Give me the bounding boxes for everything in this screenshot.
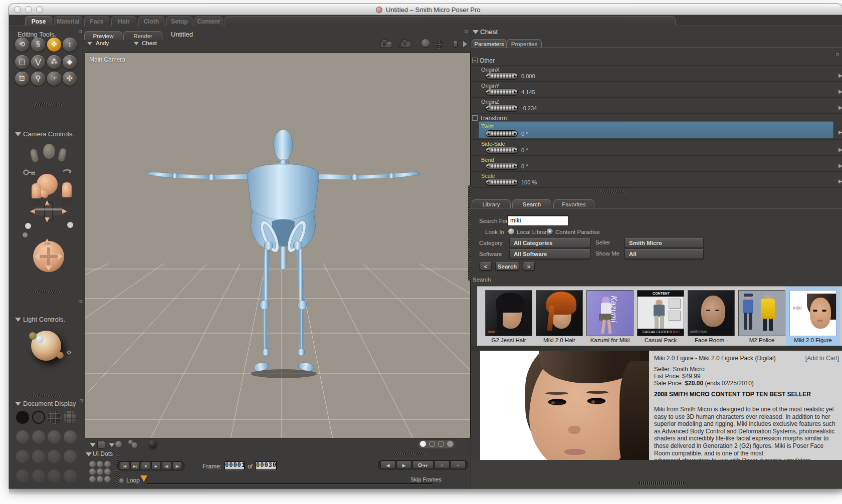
next-results-button[interactable]: > [523, 262, 535, 271]
show-me-dropdown[interactable]: All [624, 249, 704, 259]
ui-dot[interactable] [97, 476, 103, 482]
group-collapse-transform[interactable]: − [472, 115, 478, 121]
panel-splitter-vertical[interactable] [468, 185, 471, 281]
figure-handle-icon[interactable] [453, 40, 458, 48]
add-keyframe-button[interactable]: + [435, 461, 450, 469]
ui-dot[interactable] [104, 476, 111, 482]
delete-keyframe-button[interactable]: − [451, 461, 466, 469]
thumbnail-face-room[interactable]: smithmicro [688, 290, 735, 336]
tab-parameters[interactable]: Parameters [472, 39, 507, 48]
tool-color[interactable]: ◆ [63, 55, 77, 69]
category-dropdown[interactable]: All Categories [509, 238, 590, 248]
section-grip[interactable] [30, 394, 62, 397]
thumbnail-g2-jessi-hair[interactable]: miki [485, 290, 532, 336]
param-dial-scale[interactable]: ◀▶ [486, 179, 518, 185]
depth-cue-menu-icon[interactable] [90, 443, 96, 447]
section-grip[interactable] [395, 452, 427, 455]
param-value-scale[interactable]: 100 % [521, 179, 537, 185]
param-dial-twist[interactable]: ◀▶ [486, 130, 518, 137]
camera-dolly-icon[interactable] [398, 39, 411, 49]
display-dot[interactable] [447, 441, 453, 447]
display-dots[interactable] [418, 439, 455, 448]
tab-search[interactable]: Search [512, 199, 551, 208]
search-input[interactable]: miki [507, 215, 568, 226]
product-detail-image[interactable] [480, 351, 649, 460]
tracking-menu-icon[interactable] [109, 443, 114, 447]
param-value-bend[interactable]: 0 ° [521, 163, 528, 169]
param-value-side-side[interactable]: 0 ° [521, 147, 528, 153]
camera-controls-cluster[interactable] [19, 140, 75, 289]
display-style-silhouette[interactable] [16, 411, 29, 424]
param-value-originz[interactable]: -0.234 [521, 105, 537, 111]
thumbnail-label[interactable]: M2 Police [738, 337, 785, 343]
light-3-dot[interactable] [57, 352, 64, 359]
tool-translate-in-out[interactable]: ↕ [63, 38, 77, 52]
display-dot[interactable] [438, 441, 444, 447]
tab-face[interactable]: Face [84, 16, 109, 26]
search-results-strip[interactable]: miki G2 Jessi Hair Miki 2.0 Hair Kazumi [477, 286, 842, 346]
tab-library[interactable]: Library [472, 199, 511, 208]
display-style-option[interactable] [16, 430, 29, 443]
thumbnail-m2-police[interactable] [738, 290, 785, 336]
tool-direct-manipulation[interactable]: ✣ [63, 72, 77, 86]
panel-corner-widget[interactable] [79, 30, 82, 33]
loop-toggle[interactable] [119, 478, 124, 483]
panel-expand-arrow-icon[interactable] [463, 41, 467, 47]
display-style-option[interactable] [48, 430, 61, 443]
radio-content-paradise-label[interactable]: Content Paradise [555, 229, 600, 235]
tab-pose[interactable]: Pose [25, 16, 52, 26]
panel-corner-widget[interactable] [79, 300, 82, 303]
zoom-button[interactable] [36, 6, 43, 13]
display-style-option[interactable] [32, 430, 45, 443]
parameters-collapse-icon[interactable] [473, 30, 479, 34]
ui-dot[interactable] [89, 461, 96, 467]
radio-local-library-label[interactable]: Local Library [517, 229, 550, 235]
display-style-hidden-line[interactable] [64, 411, 77, 424]
panel-corner-widget[interactable] [465, 30, 468, 33]
ui-dot[interactable] [97, 468, 103, 475]
timeline-playhead[interactable] [140, 475, 147, 482]
tab-hair[interactable]: Hair [111, 16, 136, 26]
tab-cloth[interactable]: Cloth [138, 16, 164, 26]
display-style-option[interactable] [48, 450, 61, 463]
tracking-ball-icon[interactable] [115, 441, 122, 447]
thumbnail-label[interactable]: Casual Pack [637, 337, 684, 343]
edit-keyframes-button[interactable] [412, 461, 434, 469]
param-dial-originy[interactable]: ◀▶ [486, 89, 518, 95]
tool-twist[interactable]: § [31, 38, 45, 52]
tab-material[interactable]: Material [54, 16, 82, 26]
radio-content-paradise[interactable] [547, 228, 553, 234]
search-button[interactable]: Search [495, 262, 519, 271]
camera-controls-collapse-icon[interactable] [15, 132, 21, 136]
tab-content[interactable]: Content [194, 16, 223, 26]
param-dial-originx[interactable]: ◀▶ [486, 73, 518, 79]
param-menu-arrow[interactable]: ▶ [838, 73, 842, 78]
last-frame-button[interactable]: ▶| [130, 462, 140, 470]
actor-menu[interactable]: Andy [96, 40, 109, 46]
light-1-dot[interactable] [29, 332, 37, 340]
prev-results-button[interactable]: < [480, 262, 492, 271]
param-menu-arrow[interactable]: ▶ [838, 163, 842, 168]
trackball-icon[interactable] [422, 39, 430, 47]
tab-favorites[interactable]: Favorites [553, 199, 594, 208]
display-dot-active[interactable] [420, 441, 426, 447]
next-frame-button[interactable]: |▶ [172, 462, 182, 470]
display-style-option[interactable] [64, 450, 77, 463]
param-menu-arrow[interactable]: ▶ [838, 105, 842, 110]
document-display-collapse-icon[interactable] [15, 402, 21, 406]
ui-dots-collapse-icon[interactable] [86, 452, 92, 456]
prev-key-button[interactable]: ◀ [380, 461, 395, 469]
timeline-track[interactable] [147, 483, 433, 484]
panel-corner-widget[interactable] [836, 53, 839, 56]
viewport-3d[interactable]: Main Camera [85, 53, 471, 438]
sun-icon[interactable]: ☼ [66, 347, 73, 356]
thumbnail-label[interactable]: Miki 2.0 Figure [789, 337, 836, 343]
tool-rotate[interactable]: ⟲ [15, 38, 29, 52]
tab-preview[interactable]: Preview [84, 31, 122, 40]
param-menu-arrow[interactable]: ▶ [838, 130, 842, 135]
camera-icon[interactable] [380, 39, 392, 49]
param-dial-originz[interactable]: ◀▶ [486, 105, 518, 111]
display-style-option[interactable] [16, 450, 29, 463]
tool-translate-pull[interactable]: ✥ [47, 38, 61, 52]
thumbnail-kazumi-for-miki[interactable]: Kazumi [586, 290, 634, 336]
